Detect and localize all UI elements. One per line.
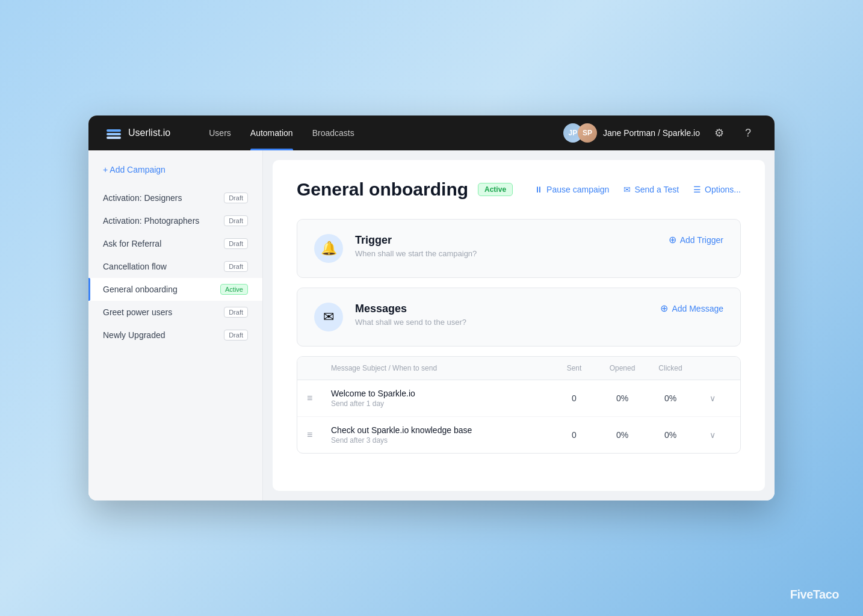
logo-text: Userlist.io xyxy=(128,128,170,138)
sidebar-item-general-onboarding[interactable]: General onboarding Active xyxy=(88,278,262,301)
campaign-status-badge: Draft xyxy=(224,307,248,318)
sidebar-item-cancellation-flow[interactable]: Cancellation flow Draft xyxy=(88,255,262,278)
messages-table: Message Subject / When to send Sent Open… xyxy=(297,356,741,454)
message-clicked: 0% xyxy=(646,430,694,440)
svg-rect-2 xyxy=(107,137,121,139)
options-label: Options... xyxy=(705,185,741,194)
table-row: ≡ Welcome to Sparkle.io Send after 1 day… xyxy=(297,380,740,417)
table-row: ≡ Check out Sparkle.io knowledge base Se… xyxy=(297,417,740,453)
campaign-status-badge: Draft xyxy=(224,261,248,272)
logo[interactable]: Userlist.io xyxy=(105,125,170,141)
add-trigger-icon: ⊕ xyxy=(669,234,676,245)
user-info: JP SP Jane Portman / Sparkle.io xyxy=(563,123,700,143)
message-clicked: 0% xyxy=(646,393,694,403)
sidebar-item-activation-designers[interactable]: Activation: Designers Draft xyxy=(88,186,262,209)
col-drag xyxy=(307,364,331,372)
sidebar-item-ask-for-referral[interactable]: Ask for Referral Draft xyxy=(88,232,262,255)
campaign-title: General onboarding xyxy=(297,179,468,200)
campaign-status-badge: Active xyxy=(220,284,248,295)
nav-right: JP SP Jane Portman / Sparkle.io ⚙ ? xyxy=(563,123,758,143)
messages-section: ✉ Messages What shall we send to the use… xyxy=(297,288,741,346)
add-message-button[interactable]: ⊕ Add Message xyxy=(660,303,723,314)
svg-rect-1 xyxy=(107,133,121,135)
campaign-actions: ⏸ Pause campaign ✉ Send a Test ☰ Options… xyxy=(534,185,741,194)
col-expand xyxy=(694,364,731,372)
messages-body: Messages What shall we send to the user? xyxy=(355,303,648,327)
message-opened: 0% xyxy=(598,430,646,440)
trigger-title: Trigger xyxy=(355,234,657,247)
campaign-name: Greet power users xyxy=(103,307,172,317)
drag-handle-icon[interactable]: ≡ xyxy=(307,393,331,404)
main-content: General onboarding Active ⏸ Pause campai… xyxy=(273,160,765,491)
campaign-name: Ask for Referral xyxy=(103,239,161,248)
options-button[interactable]: ☰ Options... xyxy=(693,185,741,194)
add-campaign-button[interactable]: + Add Campaign xyxy=(88,165,262,186)
logo-icon xyxy=(105,125,122,141)
user-name-label: Jane Portman / Sparkle.io xyxy=(603,128,700,138)
pause-campaign-button[interactable]: ⏸ Pause campaign xyxy=(534,185,609,194)
avatar-primary: SP xyxy=(578,123,597,143)
add-message-label: Add Message xyxy=(672,304,723,313)
campaign-status-badge: Draft xyxy=(224,215,248,226)
campaign-title-group: General onboarding Active xyxy=(297,179,513,200)
pause-label: Pause campaign xyxy=(546,185,609,194)
message-timing: Send after 3 days xyxy=(331,436,550,445)
col-clicked: Clicked xyxy=(646,364,694,372)
message-sent: 0 xyxy=(550,393,598,403)
add-message-icon: ⊕ xyxy=(660,303,668,314)
add-trigger-button[interactable]: ⊕ Add Trigger xyxy=(669,234,723,245)
campaign-status-badge: Draft xyxy=(224,192,248,203)
drag-handle-icon[interactable]: ≡ xyxy=(307,430,331,440)
email-icon: ✉ xyxy=(623,185,631,194)
message-subject: Check out Sparkle.io knowledge base xyxy=(331,425,550,435)
campaign-name: General onboarding xyxy=(103,285,178,294)
campaign-active-badge: Active xyxy=(478,183,513,196)
nav-users[interactable]: Users xyxy=(199,116,241,150)
sidebar-item-activation-photographers[interactable]: Activation: Photographers Draft xyxy=(88,209,262,232)
message-timing: Send after 1 day xyxy=(331,399,550,408)
list-icon: ☰ xyxy=(693,185,701,194)
col-subject: Message Subject / When to send xyxy=(331,364,550,372)
campaign-status-badge: Draft xyxy=(224,238,248,249)
table-header: Message Subject / When to send Sent Open… xyxy=(297,357,740,380)
watermark: FiveTaco xyxy=(790,588,839,602)
main-layout: + Add Campaign Activation: Designers Dra… xyxy=(88,150,775,500)
campaign-name: Activation: Designers xyxy=(103,193,182,203)
messages-title: Messages xyxy=(355,303,648,315)
campaign-name: Activation: Photographers xyxy=(103,216,199,226)
messages-icon: ✉ xyxy=(314,303,343,331)
row-expand-button[interactable]: ∨ xyxy=(694,393,731,403)
sidebar-item-newly-upgraded[interactable]: Newly Upgraded Draft xyxy=(88,324,262,346)
add-trigger-label: Add Trigger xyxy=(680,235,723,245)
help-icon[interactable]: ? xyxy=(738,123,758,143)
send-test-button[interactable]: ✉ Send a Test xyxy=(623,185,679,194)
nav-broadcasts[interactable]: Broadcasts xyxy=(303,116,364,150)
nav-links: Users Automation Broadcasts xyxy=(199,116,544,150)
message-sent: 0 xyxy=(550,430,598,440)
avatar-group: JP SP xyxy=(563,123,597,143)
trigger-subtitle: When shall we start the campaign? xyxy=(355,249,657,258)
trigger-section: 🔔 Trigger When shall we start the campai… xyxy=(297,219,741,278)
nav-automation[interactable]: Automation xyxy=(241,116,303,150)
campaign-name: Cancellation flow xyxy=(103,262,167,271)
message-subject-cell: Check out Sparkle.io knowledge base Send… xyxy=(331,425,550,445)
sidebar-item-greet-power-users[interactable]: Greet power users Draft xyxy=(88,301,262,324)
pause-icon: ⏸ xyxy=(534,185,543,194)
campaign-name: Newly Upgraded xyxy=(103,330,165,340)
sidebar: + Add Campaign Activation: Designers Dra… xyxy=(88,150,263,500)
trigger-icon: 🔔 xyxy=(314,234,343,263)
row-expand-button[interactable]: ∨ xyxy=(694,430,731,440)
col-sent: Sent xyxy=(550,364,598,372)
campaign-status-badge: Draft xyxy=(224,330,248,340)
campaign-header: General onboarding Active ⏸ Pause campai… xyxy=(297,179,741,200)
svg-rect-0 xyxy=(107,129,121,132)
message-subject-cell: Welcome to Sparkle.io Send after 1 day xyxy=(331,389,550,408)
message-subject: Welcome to Sparkle.io xyxy=(331,389,550,398)
test-label: Send a Test xyxy=(634,185,679,194)
col-opened: Opened xyxy=(598,364,646,372)
message-opened: 0% xyxy=(598,393,646,403)
messages-subtitle: What shall we send to the user? xyxy=(355,318,648,327)
trigger-body: Trigger When shall we start the campaign… xyxy=(355,234,657,258)
top-nav: Userlist.io Users Automation Broadcasts … xyxy=(88,116,775,150)
settings-icon[interactable]: ⚙ xyxy=(710,123,729,143)
